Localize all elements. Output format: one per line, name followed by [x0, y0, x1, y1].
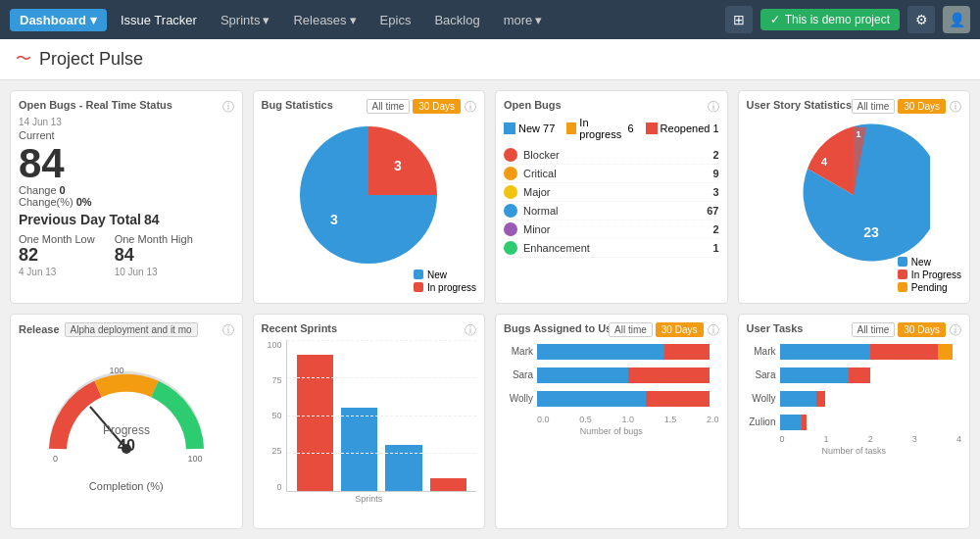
bug-count: 2	[712, 149, 718, 161]
open-bugs-value: 84	[19, 143, 234, 184]
nav-sprints[interactable]: Sprints ▾	[211, 9, 279, 31]
tasks-wolly-orange	[816, 391, 825, 407]
nav-backlog-label: Backlog	[434, 13, 479, 27]
user-tasks-alltime-btn[interactable]: All time	[852, 322, 896, 337]
svg-text:3: 3	[394, 158, 402, 173]
tasks-zulion-blue	[780, 415, 802, 430]
bugs-sara-label: Sara	[504, 369, 533, 380]
bugs-stats-header: New 77 In progress 6 Reopened 1	[504, 117, 719, 140]
tasks-x-1: 1	[824, 434, 829, 444]
bug-stats-info-icon[interactable]: ⓘ	[465, 99, 476, 116]
demo-badge-label: This is demo project	[785, 13, 890, 26]
tasks-mark: Mark	[747, 344, 962, 360]
change-label: Change	[19, 184, 57, 196]
bugs-wolly-label: Wolly	[504, 393, 533, 404]
legend-inprogress-dot	[414, 282, 423, 292]
change-pct-value: 0%	[76, 196, 92, 208]
bugs-assigned-alltime-btn[interactable]: All time	[609, 322, 653, 337]
svg-text:3: 3	[330, 212, 338, 227]
grid-icon-btn[interactable]: ⊞	[725, 6, 753, 33]
nav-releases[interactable]: Releases ▾	[283, 9, 366, 31]
open-bugs-info-icon[interactable]: ⓘ	[222, 99, 234, 116]
badge-reopened-count: 1	[712, 122, 718, 134]
bug-count: 2	[712, 223, 718, 235]
bugs-mark-label: Mark	[504, 346, 533, 357]
bugs-x-0: 0.0	[537, 415, 550, 424]
user-tasks-info-icon[interactable]: ⓘ	[950, 322, 961, 339]
badge-inprogress-label: In progress	[579, 117, 624, 140]
legend-inprogress-label: In progress	[427, 282, 476, 293]
bug-stats-alltime-btn[interactable]: All time	[367, 99, 411, 114]
badge-new-icon	[504, 122, 515, 134]
bug-count: 1	[712, 242, 718, 254]
bug-row: Critical 9	[504, 165, 719, 183]
high-label: One Month High	[115, 233, 193, 245]
user-tasks-30days-btn[interactable]: 30 Days	[898, 322, 946, 337]
release-tag: Alpha deployment and it mo	[65, 322, 198, 337]
badge-reopened-icon	[646, 122, 658, 134]
tasks-x-3: 3	[912, 434, 917, 444]
low-label: One Month Low	[19, 233, 95, 245]
bars-area	[286, 340, 477, 492]
badge-inprogress: In progress 6	[566, 117, 633, 140]
y-50: 50	[271, 411, 281, 420]
page-title: Project Pulse	[39, 49, 143, 70]
svg-rect-2	[504, 122, 515, 134]
bugs-assigned-info-icon[interactable]: ⓘ	[708, 322, 719, 339]
tasks-wolly: Wolly	[747, 391, 962, 407]
bug-color-dot	[504, 222, 517, 236]
nav-issue-tracker[interactable]: Issue Tracker	[111, 9, 207, 31]
bugs-assigned-30days-btn[interactable]: 30 Days	[656, 322, 704, 337]
nav-brand-arrow: ▾	[90, 13, 97, 27]
user-story-30days-btn[interactable]: 30 Days	[898, 99, 946, 114]
svg-text:1: 1	[856, 129, 860, 139]
avatar-icon: 👤	[949, 12, 965, 27]
recent-sprints-card: Recent Sprints ⓘ 100 75 50 25 0	[253, 314, 486, 530]
nav-backlog[interactable]: Backlog	[424, 9, 489, 31]
nav-more[interactable]: more ▾	[494, 9, 553, 31]
bugs-wolly-blue	[537, 391, 646, 407]
bug-name: Critical	[523, 168, 712, 179]
release-card: Release Alpha deployment and it mo ⓘ 0 1…	[10, 314, 243, 530]
release-info-icon[interactable]: ⓘ	[222, 322, 234, 339]
nav-brand[interactable]: Dashboard ▾	[10, 9, 107, 31]
nav-epics[interactable]: Epics	[370, 9, 421, 31]
bug-stats-30days-btn[interactable]: 30 Days	[413, 99, 461, 114]
release-header: Release Alpha deployment and it mo	[19, 322, 234, 337]
tasks-x-2: 2	[868, 434, 873, 444]
open-bugs-detail-info[interactable]: ⓘ	[708, 99, 719, 116]
badge-reopened-label: Reopened	[661, 122, 710, 134]
tasks-wolly-blue	[780, 391, 816, 407]
user-story-pie: 23 4 1	[747, 117, 962, 273]
sprints-x-label: Sprints	[262, 494, 477, 504]
svg-text:23: 23	[863, 224, 879, 240]
legend-new-dot	[414, 270, 423, 279]
nav-sprints-arrow: ▾	[263, 13, 270, 27]
grid-icon: ⊞	[733, 12, 745, 27]
user-tasks-hbars: Mark Sara Wolly	[747, 344, 962, 430]
bugs-x-15: 1.5	[664, 415, 677, 424]
bug-name: Enhancement	[523, 242, 712, 254]
legend-story-pending-dot	[898, 282, 907, 292]
svg-text:100: 100	[109, 366, 123, 375]
grid-75	[287, 377, 477, 378]
nav-releases-label: Releases	[293, 13, 346, 27]
y-75: 75	[271, 375, 281, 385]
bug-stats-card: Bug Statistics All time 30 Days ⓘ 3 3 Ne…	[253, 90, 486, 304]
bug-row: Normal 67	[504, 202, 719, 220]
user-story-info-icon[interactable]: ⓘ	[950, 99, 961, 116]
tasks-sara-label: Sara	[747, 369, 776, 380]
bug-color-dot	[504, 241, 517, 255]
recent-sprints-info-icon[interactable]: ⓘ	[465, 322, 476, 339]
open-bugs-detail-title: Open Bugs	[504, 99, 719, 111]
user-avatar[interactable]: 👤	[943, 6, 970, 33]
bug-row: Minor 2	[504, 220, 719, 239]
nav-right: ⊞ ✓ This is demo project ⚙ 👤	[725, 6, 970, 33]
bug-rows: Blocker 2 Critical 9 Major 3 Normal 67 M…	[504, 146, 719, 258]
user-story-alltime-btn[interactable]: All time	[852, 99, 896, 114]
settings-icon-btn[interactable]: ⚙	[907, 6, 935, 33]
legend-inprogress: In progress	[414, 282, 476, 293]
bug-stats-legend: New In progress	[414, 270, 476, 295]
svg-text:0: 0	[53, 454, 58, 464]
bugs-wolly-orange	[646, 391, 710, 407]
